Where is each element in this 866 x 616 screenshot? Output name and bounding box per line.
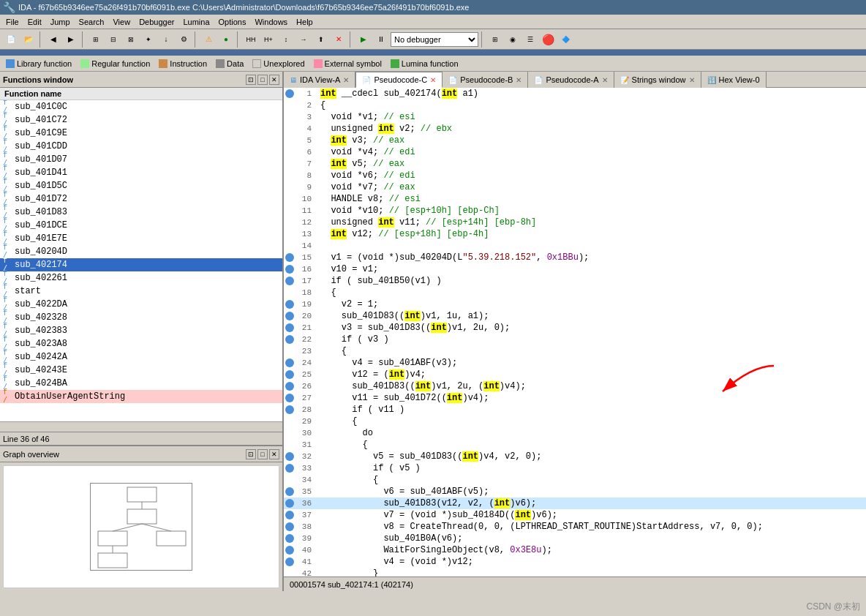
tab-pseudocode-a[interactable]: 📄 Pseudocode-A ✕ <box>528 72 614 88</box>
tab-ida-close[interactable]: ✕ <box>343 76 349 84</box>
menu-view[interactable]: View <box>108 16 135 28</box>
func-sub_4022DA[interactable]: f / sub_4022DA <box>0 298 282 311</box>
line-content-17: if ( sub_401B50(v1) ) <box>317 276 866 286</box>
func-sub_402174[interactable]: f / sub_402174 <box>0 258 282 271</box>
code-line-35: 35 v6 = sub_401ABF(v5); <box>284 486 866 497</box>
toolbar-right2[interactable]: ◉ <box>505 31 521 48</box>
func-ObtainUserAgentString[interactable]: f / ObtainUserAgentString <box>0 390 282 403</box>
menu-bar: File Edit Jump Search View Debugger Lumi… <box>0 15 866 29</box>
line-num-18: 18 <box>295 288 317 297</box>
toolbar-right5[interactable]: 🔷 <box>557 31 573 48</box>
menu-debugger[interactable]: Debugger <box>135 16 178 28</box>
menu-help[interactable]: Help <box>292 16 317 28</box>
tab-hex-view[interactable]: 🔢 Hex View-0 <box>701 72 767 88</box>
toolbar-btn5[interactable]: ⊠ <box>123 31 139 48</box>
line-content-36: sub_401D83(v12, v2, (int)v6); <box>317 498 866 508</box>
panel-maximize-btn[interactable]: □ <box>257 75 268 85</box>
func-sub_40243E[interactable]: f / sub_40243E <box>0 364 282 377</box>
graph-maximize-btn[interactable]: □ <box>257 449 268 459</box>
func-sub_401DCE[interactable]: f / sub_401DCE <box>0 219 282 232</box>
menu-search[interactable]: Search <box>75 16 109 28</box>
line-dot-22 <box>285 335 294 344</box>
func-name: sub_40242A <box>15 352 67 362</box>
menu-edit[interactable]: Edit <box>23 16 46 28</box>
toolbar-btn7[interactable]: ↓ <box>158 31 174 48</box>
func-sub_401CDD[interactable]: f / sub_401CDD <box>0 140 282 153</box>
toolbar-btn3[interactable]: ⊞ <box>88 31 104 48</box>
toolbar-run[interactable]: ● <box>218 31 234 48</box>
toolbar-hex5[interactable]: ⬆ <box>313 31 329 48</box>
func-sub_40204D[interactable]: f / sub_40204D <box>0 245 282 258</box>
toolbar-stop[interactable]: ✕ <box>331 31 347 48</box>
menu-file[interactable]: File <box>1 16 23 28</box>
tab-pseudo-b-close[interactable]: ✕ <box>516 76 522 84</box>
toolbar-right4[interactable]: 🔴 <box>540 31 556 48</box>
func-sub_402261[interactable]: f / sub_402261 <box>0 271 282 285</box>
toolbar-new[interactable]: 📄 <box>3 31 19 48</box>
line-content-3: void *v1; // esi <box>317 112 866 122</box>
line-content-23: { <box>317 346 866 356</box>
toolbar-play[interactable]: ▶ <box>355 31 372 48</box>
func-sub_401D41[interactable]: f / sub_401D41 <box>0 166 282 179</box>
tab-strings[interactable]: 📝 Strings window ✕ <box>614 72 701 88</box>
line-num-20: 20 <box>295 312 317 320</box>
line-content-28: if ( v11 ) <box>317 405 866 415</box>
menu-lumina[interactable]: Lumina <box>178 16 214 28</box>
toolbar-back[interactable]: ◀ <box>45 31 61 48</box>
line-num-12: 12 <box>295 218 317 227</box>
toolbar-warning[interactable]: ⚠ <box>200 31 217 48</box>
func-sub_402383[interactable]: f / sub_402383 <box>0 324 282 337</box>
tab-ida-view[interactable]: 🖥 IDA View-A ✕ <box>284 72 355 88</box>
line-dot-21 <box>285 323 294 332</box>
toolbar-btn6[interactable]: ✦ <box>140 31 157 48</box>
toolbar-hex2[interactable]: H+ <box>260 31 276 48</box>
line-content-19: v2 = 1; <box>317 299 866 309</box>
func-sub_4024BA[interactable]: f / sub_4024BA <box>0 377 282 390</box>
toolbar-open[interactable]: 📂 <box>20 31 37 48</box>
func-sub_40242A[interactable]: f / sub_40242A <box>0 350 282 364</box>
toolbar-forward[interactable]: ▶ <box>63 31 79 48</box>
code-line-1: 1 int __cdecl sub_402174(int a1) <box>284 88 866 99</box>
toolbar-btn8[interactable]: ⚙ <box>176 31 192 48</box>
graph-close-btn[interactable]: ✕ <box>269 449 279 459</box>
toolbar-btn4[interactable]: ⊟ <box>105 31 121 48</box>
toolbar-pause[interactable]: ⏸ <box>373 31 389 48</box>
func-sub_401D83[interactable]: f / sub_401D83 <box>0 206 282 219</box>
menu-windows[interactable]: Windows <box>250 16 292 28</box>
tab-pseudo-c-close[interactable]: ✕ <box>430 76 436 84</box>
func-sub_401E7E[interactable]: f / sub_401E7E <box>0 232 282 245</box>
func-sub_402328[interactable]: f / sub_402328 <box>0 311 282 324</box>
func-start[interactable]: f / start <box>0 285 282 298</box>
line-content-26: sub_401D83((int)v1, 2u, (int)v4); <box>317 381 866 391</box>
legend-lumina-label: Lumina function <box>402 59 459 68</box>
func-name: sub_401D72 <box>15 194 67 204</box>
code-line-2: 2 { <box>284 99 866 111</box>
tab-strings-close[interactable]: ✕ <box>689 76 695 84</box>
functions-hscrollbar[interactable] <box>0 421 282 432</box>
tab-pseudocode-b[interactable]: 📄 Pseudocode-B ✕ <box>443 72 528 88</box>
func-sub_401C9E[interactable]: f / sub_401C9E <box>0 127 282 140</box>
debugger-select[interactable]: No debugger <box>391 32 478 47</box>
toolbar-right1[interactable]: ⊞ <box>487 31 503 48</box>
toolbar-hex4[interactable]: → <box>295 31 312 48</box>
func-sub_4023A8[interactable]: f / sub_4023A8 <box>0 337 282 350</box>
graph-restore-btn[interactable]: ⊡ <box>246 449 256 459</box>
func-sub_401D5C[interactable]: f / sub_401D5C <box>0 179 282 192</box>
code-line-6: 6 void *v4; // edi <box>284 146 866 158</box>
line-content-1: int __cdecl sub_402174(int a1) <box>317 89 866 99</box>
toolbar-right3[interactable]: ☰ <box>522 31 538 48</box>
menu-options[interactable]: Options <box>214 16 251 28</box>
menu-jump[interactable]: Jump <box>46 16 75 28</box>
panel-close-btn[interactable]: ✕ <box>269 75 279 85</box>
tab-pseudo-a-close[interactable]: ✕ <box>602 76 608 84</box>
code-line-25: 25 v12 = (int)v4; <box>284 369 866 380</box>
line-content-21: v3 = sub_401D83((int)v1, 2u, 0); <box>317 323 866 333</box>
func-sub_401D72[interactable]: f / sub_401D72 <box>0 192 282 206</box>
toolbar-hex1[interactable]: HH <box>243 31 259 48</box>
func-sub_401D07[interactable]: f / sub_401D07 <box>0 153 282 166</box>
panel-restore-btn[interactable]: ⊡ <box>246 75 256 85</box>
func-sub_401C72[interactable]: f / sub_401C72 <box>0 113 282 127</box>
tab-pseudocode-c[interactable]: 📄 Pseudocode-C ✕ <box>355 72 443 88</box>
func-sub_401C0C[interactable]: f / sub_401C0C <box>0 100 282 113</box>
toolbar-hex3[interactable]: ↕ <box>278 31 294 48</box>
